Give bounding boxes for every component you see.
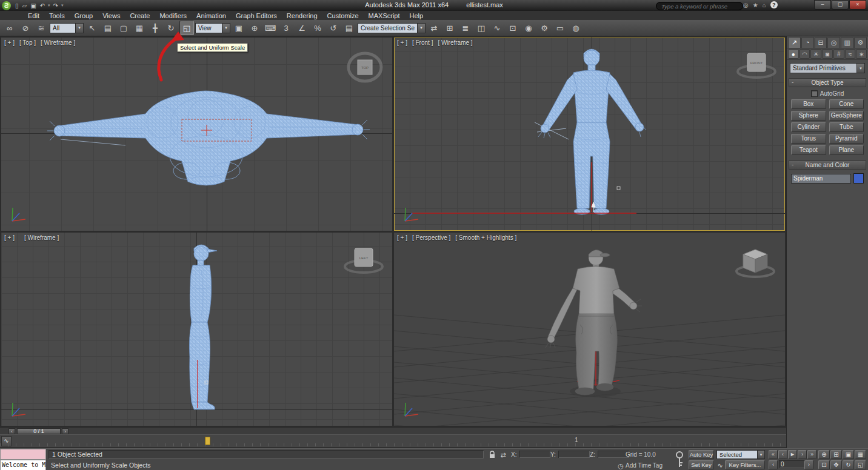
search-go-icon[interactable]: ◎ — [743, 2, 749, 8]
mirror-button[interactable]: ⇄ — [427, 21, 441, 35]
viewport-shading-menu[interactable]: [ Wireframe ] — [438, 39, 472, 46]
reference-coordinate-dropdown[interactable]: View ▾ — [195, 23, 230, 33]
selection-lock-toggle[interactable] — [487, 450, 497, 460]
viewport-shading-menu[interactable]: [ Wireframe ] — [24, 234, 59, 241]
unlink-selection-button[interactable]: ⊘ — [18, 21, 33, 35]
menu-create[interactable]: Create — [125, 12, 155, 19]
menu-group[interactable]: Group — [70, 12, 98, 19]
orbit-button[interactable]: ↻ — [843, 460, 854, 469]
zoom-button[interactable]: ⊕ — [818, 450, 830, 459]
undo-icon[interactable]: ↶ — [39, 2, 45, 9]
absolute-offset-toggle[interactable]: ⇄ — [498, 450, 508, 460]
teapot-button[interactable]: Teapot — [791, 145, 826, 155]
object-name-field[interactable]: Spiderman — [791, 174, 851, 184]
torus-button[interactable]: Torus — [791, 134, 826, 144]
key-filters-button[interactable]: Key Filters... — [725, 460, 765, 469]
spinner-snap-button[interactable]: ↺ — [326, 21, 341, 35]
menu-edit[interactable]: Edit — [23, 12, 44, 19]
go-to-start-button[interactable]: « — [769, 450, 778, 459]
geometry-type-dropdown[interactable]: Standard Primitives ▾ — [790, 63, 865, 73]
align-button[interactable]: ⊞ — [442, 21, 457, 35]
maximize-button[interactable]: ▢ — [832, 0, 849, 10]
edit-named-selection-sets-button[interactable]: ▤ — [342, 21, 356, 35]
communication-icon[interactable]: ⌂ — [763, 2, 766, 8]
render-production-button[interactable]: ◍ — [569, 21, 583, 35]
character-top-view[interactable] — [1, 38, 392, 231]
cylinder-button[interactable]: Cylinder — [791, 122, 826, 132]
viewport-perspective[interactable]: [ + ] [ Perspective ] [ Smooth + Highlig… — [394, 233, 785, 426]
graphite-modeling-toggle[interactable]: ◫ — [474, 21, 489, 35]
viewport-general-menu[interactable]: [ + ] — [397, 234, 407, 241]
select-and-link-button[interactable]: ∞ — [2, 21, 17, 35]
viewport-pov-menu[interactable]: [ Top ] — [19, 39, 36, 46]
favorites-icon[interactable]: ★ — [753, 2, 758, 8]
menu-help[interactable]: Help — [405, 12, 429, 19]
viewport-pov-menu[interactable]: [ Front ] — [412, 39, 433, 46]
rectangular-selection-region-button[interactable]: ▢ — [116, 21, 131, 35]
category-space-warps[interactable]: ≈ — [845, 49, 856, 59]
menu-graph-editors[interactable]: Graph Editors — [231, 12, 282, 19]
track-bar[interactable]: ∿ 1 — [0, 434, 786, 448]
percent-snap-button[interactable]: % — [310, 21, 325, 35]
bind-to-space-warp-button[interactable]: ≋ — [34, 21, 48, 35]
viewport-pov-menu[interactable]: [ Perspective ] — [412, 234, 450, 241]
category-systems[interactable]: ∗ — [856, 49, 867, 59]
menu-customize[interactable]: Customize — [322, 12, 364, 19]
collapse-icon[interactable]: - — [792, 161, 793, 168]
pyramid-button[interactable]: Pyramid — [829, 134, 864, 144]
viewport-general-menu[interactable]: [ + ] — [397, 39, 407, 46]
viewcube[interactable]: TOP — [346, 48, 384, 86]
close-button[interactable]: × — [849, 0, 866, 10]
character-perspective-view[interactable] — [394, 233, 785, 426]
search-input[interactable] — [660, 2, 739, 10]
time-step-back-button[interactable]: ‹ — [8, 428, 15, 434]
use-pivot-center-button[interactable]: ▣ — [232, 21, 246, 35]
menu-modifiers[interactable]: Modifiers — [155, 12, 192, 19]
pan-button[interactable]: ✥ — [830, 460, 842, 469]
maximize-viewport-toggle[interactable]: ◱ — [855, 460, 866, 469]
viewport-shading-menu[interactable]: [ Wireframe ] — [41, 39, 75, 46]
menu-rendering[interactable]: Rendering — [282, 12, 322, 19]
viewport-front[interactable]: [ + ] [ Front ] [ Wireframe ] FRONT — [394, 38, 785, 231]
maxscript-macro-recorder[interactable] — [0, 449, 46, 460]
menu-animation[interactable]: Animation — [192, 12, 231, 19]
material-editor-button[interactable]: ◉ — [521, 21, 536, 35]
animation-key-marker[interactable] — [205, 437, 210, 445]
set-keys-key-icon[interactable] — [674, 451, 685, 469]
tab-hierarchy[interactable]: ⊟ — [815, 37, 827, 48]
add-time-tag[interactable]: Add Time Tag — [626, 462, 663, 469]
minimize-button[interactable]: – — [814, 0, 831, 10]
sphere-button[interactable]: Sphere — [791, 111, 826, 121]
next-key-button[interactable]: › — [804, 460, 813, 469]
tube-button[interactable]: Tube — [829, 122, 864, 132]
curve-editor-button[interactable]: ∿ — [490, 21, 504, 35]
angle-snap-button[interactable]: ∠ — [295, 21, 309, 35]
select-by-name-button[interactable]: ▤ — [101, 21, 115, 35]
viewport-top[interactable]: [ + ] [ Top ] [ Wireframe ] TOP — [1, 38, 392, 231]
viewport-left[interactable]: [ + ] [ Wireframe ] LEFT — [1, 233, 392, 426]
category-lights[interactable]: ☀ — [810, 49, 821, 59]
autogrid-checkbox[interactable] — [811, 90, 818, 97]
category-helpers[interactable]: # — [833, 49, 844, 59]
viewport-general-menu[interactable]: [ + ] — [4, 39, 15, 46]
auto-key-button[interactable]: Auto Key — [689, 450, 714, 459]
named-selection-sets-dropdown[interactable]: Create Selection Se ▾ — [358, 23, 426, 33]
tab-utilities[interactable]: ⚙ — [854, 37, 867, 48]
layer-manager-button[interactable]: ≣ — [458, 21, 473, 35]
viewcube[interactable]: LEFT — [344, 243, 384, 279]
tab-motion[interactable]: ◎ — [827, 37, 840, 48]
zoom-extents-button[interactable]: ▣ — [843, 450, 854, 459]
viewport-general-menu[interactable]: [ + ] — [4, 234, 15, 241]
plane-button[interactable]: Plane — [829, 145, 864, 155]
previous-frame-button[interactable]: ‹ — [778, 450, 787, 459]
menu-maxscript[interactable]: MAXScript — [364, 12, 405, 19]
undo-dropdown-icon[interactable]: ▾ — [48, 3, 50, 8]
select-object-button[interactable]: ↖ — [85, 21, 99, 35]
schematic-view-button[interactable]: ⊡ — [506, 21, 520, 35]
current-frame-field[interactable] — [779, 460, 806, 468]
character-front-view[interactable] — [394, 38, 785, 231]
redo-icon[interactable]: ↷ — [53, 2, 59, 9]
zoom-extents-all-button[interactable]: ▦ — [855, 450, 866, 459]
tab-modify[interactable]: ◔ — [801, 37, 814, 48]
cone-button[interactable]: Cone — [829, 99, 864, 109]
